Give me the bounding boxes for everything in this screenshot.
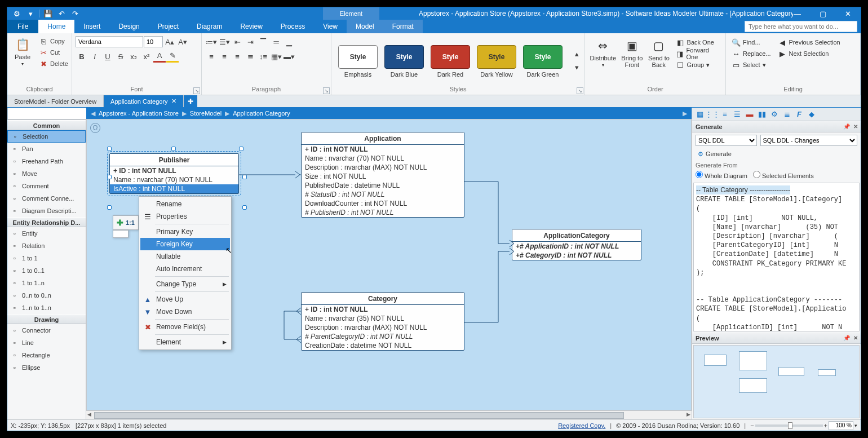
close-panel-icon[interactable]: ✕ <box>852 335 860 341</box>
toolbox-tool[interactable]: ▫Pan <box>7 143 86 155</box>
tab-project[interactable]: Project <box>149 20 188 33</box>
context-menu-item[interactable]: ▲Move Up <box>140 293 230 306</box>
sel-handle[interactable] <box>107 175 112 179</box>
diagram-preview[interactable] <box>693 345 860 418</box>
context-menu-item[interactable]: Foreign Key <box>140 238 230 250</box>
grow-font-button[interactable]: A▴ <box>163 36 176 48</box>
paste-button[interactable]: 📋 Paste ▾ <box>11 36 34 68</box>
doc-tab-appcategory[interactable]: Application Category✕ <box>104 95 184 107</box>
context-tab-element[interactable]: Element <box>323 7 379 20</box>
font-size-select[interactable] <box>144 36 163 47</box>
entity-attribute[interactable]: # PublisherID : int NOT NULL <box>302 208 464 217</box>
entity-attribute[interactable]: + ID : int NOT NULL <box>302 145 464 154</box>
font-launcher[interactable]: ↘ <box>193 87 200 94</box>
zoom-out-button[interactable]: − <box>750 422 754 429</box>
entity-attribute[interactable]: IsActive : int NOT NULL <box>110 184 238 193</box>
styles-down-button[interactable]: ▾ <box>570 61 583 74</box>
font-color-button[interactable]: A <box>153 50 166 63</box>
context-menu-item[interactable]: Change Type▶ <box>140 278 230 290</box>
toolbox-group-header[interactable]: Entity Relationship D... <box>7 217 86 227</box>
context-menu-item[interactable]: ☰Properties <box>140 210 230 223</box>
strike-button[interactable]: S <box>114 50 127 63</box>
find-button[interactable]: 🔍Find... <box>729 37 773 48</box>
redo-icon[interactable]: ↷ <box>70 8 80 19</box>
valign-top-button[interactable]: ▔ <box>257 36 269 48</box>
zoom-control[interactable]: − + ▾ <box>750 421 857 430</box>
close-panel-icon[interactable]: ✕ <box>852 123 860 130</box>
entity-category[interactable]: Category + ID : int NOT NULLName : nvarc… <box>301 292 464 351</box>
pin-icon[interactable]: 📌 <box>843 335 851 341</box>
valign-mid-button[interactable]: ═ <box>270 36 282 48</box>
align-right-button[interactable]: ≡ <box>231 50 243 63</box>
entity-attribute[interactable]: # ParentCategoryID : int NOT NULL <box>302 332 464 341</box>
styles-up-button[interactable]: ▴ <box>570 48 583 60</box>
horizontal-scrollbar[interactable]: ◀ ▶ <box>86 410 692 419</box>
italic-button[interactable]: I <box>88 50 101 63</box>
entity-attribute[interactable]: +# ApplicationID : int NOT NULL <box>512 242 641 251</box>
close-button[interactable]: ✕ <box>835 7 861 20</box>
close-tab-icon[interactable]: ✕ <box>171 98 176 105</box>
style-swatch[interactable]: Style <box>384 45 424 69</box>
toolbox-tool[interactable]: ▫0..n to 0..n <box>7 289 86 302</box>
entity-attribute[interactable]: Name : nvarchar (70) NOT NULL <box>302 154 464 163</box>
shrink-font-button[interactable]: A▾ <box>176 36 189 48</box>
justify-button[interactable]: ≣ <box>244 50 256 63</box>
entity-attribute[interactable]: CreationDate : datetime NOT NULL <box>302 341 464 350</box>
format-select-2[interactable]: SQL DDL - Changes <box>760 135 857 146</box>
breadcrumb-2[interactable]: Application Category <box>233 110 290 117</box>
cut-button[interactable]: ✂Cut <box>37 47 70 58</box>
context-menu-item[interactable]: Auto Increment <box>140 263 230 275</box>
zoom-input[interactable] <box>829 421 853 430</box>
tellme-search[interactable] <box>745 21 857 32</box>
valign-bot-button[interactable]: ▁ <box>283 36 295 48</box>
style-swatch[interactable]: Style <box>338 45 378 69</box>
file-tab[interactable]: File <box>7 20 38 33</box>
tab-insert[interactable]: Insert <box>74 20 109 33</box>
toolbox-tool[interactable]: ▫Selection <box>7 130 86 143</box>
entity-attribute[interactable]: + ID : int NOT NULL <box>110 166 238 175</box>
align-center-button[interactable]: ≡ <box>218 50 231 63</box>
entity-publisher[interactable]: Publisher + ID : int NOT NULLName : nvar… <box>109 153 239 194</box>
entity-attribute[interactable]: PublishedDate : datetime NULL <box>302 181 464 190</box>
radio-whole-diagram[interactable]: Whole Diagram <box>696 171 747 179</box>
align-left-button[interactable]: ≡ <box>205 50 218 63</box>
toolbox-tool[interactable]: ▫Entity <box>7 227 86 240</box>
maximize-button[interactable]: ▢ <box>810 7 835 20</box>
copy-button[interactable]: ⎘Copy <box>37 36 70 47</box>
style-swatch[interactable]: Style <box>431 45 470 69</box>
borders-button[interactable]: ▦▾ <box>270 50 282 63</box>
entity-attribute[interactable]: +# CategoryID : int NOT NULL <box>512 251 641 260</box>
tab-process[interactable]: Process <box>272 20 314 33</box>
toolbox-tool[interactable]: ▫1 to 0..1 <box>7 264 86 277</box>
panel-icon[interactable]: ☰ <box>732 109 743 120</box>
toolbox-tool[interactable]: ▫Diagram Descripti... <box>7 205 86 217</box>
toolbox-tool[interactable]: ▫Comment Conne... <box>7 192 86 205</box>
breadcrumb-0[interactable]: Appstorex - Application Store <box>99 110 179 117</box>
font-family-select[interactable] <box>76 36 143 47</box>
back-one-button[interactable]: ◧Back One <box>674 37 722 48</box>
context-menu-item[interactable]: Rename <box>140 198 230 210</box>
panel-icon[interactable]: F <box>794 109 805 120</box>
context-menu-item[interactable]: ✖Remove Field(s) <box>140 321 230 333</box>
panel-icon[interactable]: ≣ <box>781 109 792 120</box>
panel-icon[interactable]: ≡ <box>719 109 730 120</box>
toolbox-group-header[interactable]: Common <box>7 120 86 130</box>
delete-button[interactable]: ✖Delete <box>37 58 70 69</box>
toolbox-tool[interactable]: ▫1 to 1 <box>7 252 86 264</box>
entity-attribute[interactable]: # StatusID : int NOT NULL <box>302 190 464 199</box>
undo-icon[interactable]: ↶ <box>56 8 67 19</box>
toolbox-tool[interactable]: ▫Move <box>7 167 86 180</box>
prev-selection-button[interactable]: ◀Previous Selection <box>776 37 843 48</box>
numbering-button[interactable]: ☰▾ <box>218 36 231 48</box>
toolbox-tool[interactable]: ▫1..n to 1..n <box>7 302 86 314</box>
zoom-in-button[interactable]: + <box>824 422 827 429</box>
tab-design[interactable]: Design <box>109 20 148 33</box>
panel-icon[interactable]: ⚙ <box>769 109 780 120</box>
context-menu-item[interactable]: Nullable <box>140 250 230 263</box>
sel-handle[interactable] <box>242 205 247 210</box>
indent-button[interactable]: ⇥ <box>244 36 256 48</box>
tellme-input[interactable] <box>745 21 857 32</box>
sel-handle[interactable] <box>239 147 243 151</box>
toolbox-search-input[interactable] <box>7 108 90 120</box>
sql-output[interactable]: -- Table Category ------------------ CRE… <box>693 183 860 331</box>
